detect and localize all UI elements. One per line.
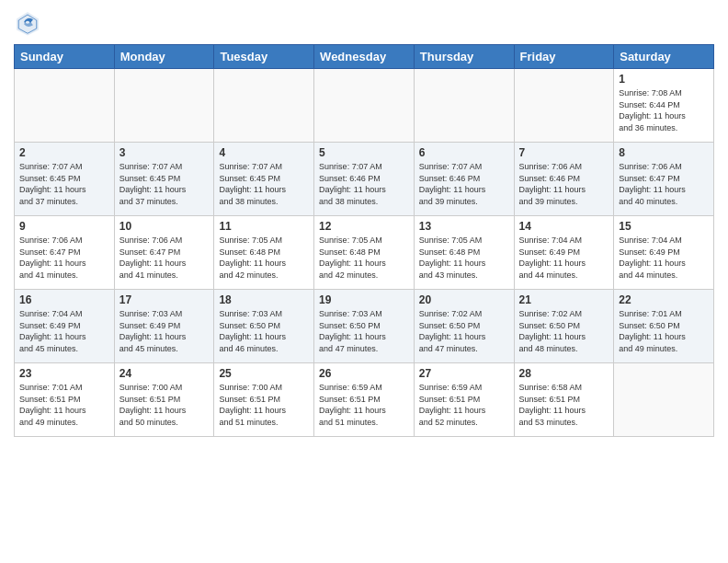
calendar-cell: 1Sunrise: 7:08 AM Sunset: 6:44 PM Daylig… [614,69,714,143]
day-number: 9 [19,220,109,233]
day-info: Sunrise: 7:00 AM Sunset: 6:51 PM Dayligh… [219,382,309,428]
day-info: Sunrise: 7:06 AM Sunset: 6:47 PM Dayligh… [619,161,709,207]
day-info: Sunrise: 7:04 AM Sunset: 6:49 PM Dayligh… [619,235,709,281]
day-number: 14 [519,220,609,233]
day-info: Sunrise: 7:07 AM Sunset: 6:45 PM Dayligh… [19,161,109,207]
day-header-wednesday: Wednesday [314,45,415,69]
week-row-1: 1Sunrise: 7:08 AM Sunset: 6:44 PM Daylig… [15,69,714,143]
calendar-cell [614,363,714,437]
day-info: Sunrise: 7:07 AM Sunset: 6:45 PM Dayligh… [119,161,210,207]
day-number: 13 [419,220,509,233]
day-header-monday: Monday [114,45,214,69]
day-number: 1 [619,73,709,86]
day-header-saturday: Saturday [614,45,714,69]
calendar-cell: 27Sunrise: 6:59 AM Sunset: 6:51 PM Dayli… [414,363,514,437]
day-number: 17 [119,293,210,306]
day-number: 19 [319,293,409,306]
week-row-3: 9Sunrise: 7:06 AM Sunset: 6:47 PM Daylig… [15,216,714,290]
day-number: 27 [419,367,509,380]
day-info: Sunrise: 7:04 AM Sunset: 6:49 PM Dayligh… [519,235,609,281]
week-row-5: 23Sunrise: 7:01 AM Sunset: 6:51 PM Dayli… [15,363,714,437]
calendar-cell [214,69,314,143]
calendar-cell: 14Sunrise: 7:04 AM Sunset: 6:49 PM Dayli… [514,216,614,290]
calendar-cell: 25Sunrise: 7:00 AM Sunset: 6:51 PM Dayli… [214,363,314,437]
day-number: 11 [219,220,309,233]
logo [14,9,45,37]
calendar-cell: 23Sunrise: 7:01 AM Sunset: 6:51 PM Dayli… [15,363,115,437]
calendar-cell: 21Sunrise: 7:02 AM Sunset: 6:50 PM Dayli… [514,290,614,363]
day-number: 16 [19,293,109,306]
day-info: Sunrise: 7:05 AM Sunset: 6:48 PM Dayligh… [319,235,409,281]
week-row-4: 16Sunrise: 7:04 AM Sunset: 6:49 PM Dayli… [15,290,714,363]
logo-icon [14,9,41,37]
day-number: 8 [619,146,709,159]
day-number: 15 [619,220,709,233]
calendar-table: SundayMondayTuesdayWednesdayThursdayFrid… [14,44,714,437]
calendar-cell [15,69,115,143]
day-number: 3 [119,146,210,159]
calendar-cell: 17Sunrise: 7:03 AM Sunset: 6:49 PM Dayli… [114,290,214,363]
day-number: 28 [519,367,609,380]
day-info: Sunrise: 7:02 AM Sunset: 6:50 PM Dayligh… [519,308,609,354]
calendar-cell: 20Sunrise: 7:02 AM Sunset: 6:50 PM Dayli… [414,290,514,363]
day-number: 12 [319,220,409,233]
day-info: Sunrise: 7:01 AM Sunset: 6:50 PM Dayligh… [619,308,709,354]
day-number: 20 [419,293,509,306]
day-info: Sunrise: 6:59 AM Sunset: 6:51 PM Dayligh… [319,382,409,428]
day-info: Sunrise: 7:06 AM Sunset: 6:47 PM Dayligh… [19,235,109,281]
day-info: Sunrise: 7:07 AM Sunset: 6:45 PM Dayligh… [219,161,309,207]
day-header-tuesday: Tuesday [214,45,314,69]
day-info: Sunrise: 7:06 AM Sunset: 6:46 PM Dayligh… [519,161,609,207]
day-number: 21 [519,293,609,306]
day-number: 7 [519,146,609,159]
day-info: Sunrise: 7:00 AM Sunset: 6:51 PM Dayligh… [119,382,210,428]
calendar-cell: 11Sunrise: 7:05 AM Sunset: 6:48 PM Dayli… [214,216,314,290]
day-info: Sunrise: 7:03 AM Sunset: 6:49 PM Dayligh… [119,308,210,354]
day-number: 26 [319,367,409,380]
day-info: Sunrise: 7:02 AM Sunset: 6:50 PM Dayligh… [419,308,509,354]
day-info: Sunrise: 7:05 AM Sunset: 6:48 PM Dayligh… [219,235,309,281]
day-number: 5 [319,146,409,159]
day-info: Sunrise: 7:01 AM Sunset: 6:51 PM Dayligh… [19,382,109,428]
day-info: Sunrise: 7:03 AM Sunset: 6:50 PM Dayligh… [219,308,309,354]
calendar-cell [314,69,415,143]
calendar-cell: 22Sunrise: 7:01 AM Sunset: 6:50 PM Dayli… [614,290,714,363]
day-number: 18 [219,293,309,306]
day-number: 25 [219,367,309,380]
day-info: Sunrise: 7:08 AM Sunset: 6:44 PM Dayligh… [619,87,709,133]
day-info: Sunrise: 6:58 AM Sunset: 6:51 PM Dayligh… [519,382,609,428]
header [14,9,714,37]
calendar-cell: 5Sunrise: 7:07 AM Sunset: 6:46 PM Daylig… [314,143,415,216]
calendar-cell: 6Sunrise: 7:07 AM Sunset: 6:46 PM Daylig… [414,143,514,216]
week-row-2: 2Sunrise: 7:07 AM Sunset: 6:45 PM Daylig… [15,143,714,216]
day-info: Sunrise: 7:06 AM Sunset: 6:47 PM Dayligh… [119,235,210,281]
day-info: Sunrise: 7:03 AM Sunset: 6:50 PM Dayligh… [319,308,409,354]
calendar-cell: 3Sunrise: 7:07 AM Sunset: 6:45 PM Daylig… [114,143,214,216]
calendar-cell: 12Sunrise: 7:05 AM Sunset: 6:48 PM Dayli… [314,216,415,290]
calendar-cell [414,69,514,143]
day-header-thursday: Thursday [414,45,514,69]
calendar-cell: 9Sunrise: 7:06 AM Sunset: 6:47 PM Daylig… [15,216,115,290]
calendar-cell: 19Sunrise: 7:03 AM Sunset: 6:50 PM Dayli… [314,290,415,363]
calendar-cell [114,69,214,143]
calendar-page: SundayMondayTuesdayWednesdayThursdayFrid… [0,0,728,563]
calendar-cell: 26Sunrise: 6:59 AM Sunset: 6:51 PM Dayli… [314,363,415,437]
day-number: 10 [119,220,210,233]
day-info: Sunrise: 7:07 AM Sunset: 6:46 PM Dayligh… [419,161,509,207]
calendar-cell: 18Sunrise: 7:03 AM Sunset: 6:50 PM Dayli… [214,290,314,363]
calendar-cell: 4Sunrise: 7:07 AM Sunset: 6:45 PM Daylig… [214,143,314,216]
calendar-cell: 16Sunrise: 7:04 AM Sunset: 6:49 PM Dayli… [15,290,115,363]
calendar-cell [514,69,614,143]
header-row: SundayMondayTuesdayWednesdayThursdayFrid… [15,45,714,69]
day-number: 23 [19,367,109,380]
day-header-friday: Friday [514,45,614,69]
day-info: Sunrise: 7:04 AM Sunset: 6:49 PM Dayligh… [19,308,109,354]
day-number: 4 [219,146,309,159]
calendar-cell: 2Sunrise: 7:07 AM Sunset: 6:45 PM Daylig… [15,143,115,216]
day-number: 2 [19,146,109,159]
calendar-cell: 7Sunrise: 7:06 AM Sunset: 6:46 PM Daylig… [514,143,614,216]
calendar-cell: 28Sunrise: 6:58 AM Sunset: 6:51 PM Dayli… [514,363,614,437]
day-number: 24 [119,367,210,380]
calendar-cell: 24Sunrise: 7:00 AM Sunset: 6:51 PM Dayli… [114,363,214,437]
day-info: Sunrise: 6:59 AM Sunset: 6:51 PM Dayligh… [419,382,509,428]
